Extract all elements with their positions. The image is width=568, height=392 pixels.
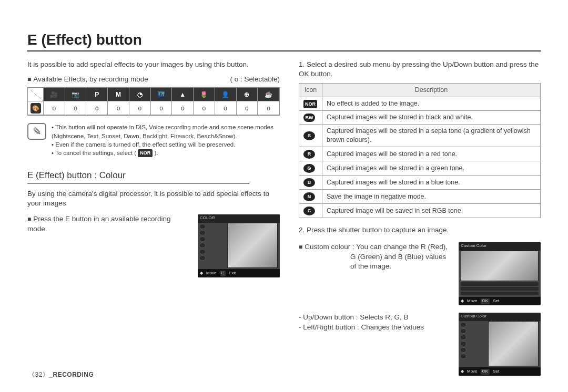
updown-instruction: - Up/Down button : Selects R, G, B — [299, 313, 451, 322]
table-row: CCaptured image will be saved in set RGB… — [299, 204, 541, 218]
slider-b — [461, 292, 539, 295]
mode-icon: 🎥 — [44, 88, 65, 101]
mode-icon: 📷 — [65, 88, 87, 101]
effect-desc: Captured images will be stored in a blue… — [322, 176, 541, 190]
set-label: Set — [493, 298, 499, 304]
preview-option-icon — [460, 328, 466, 334]
step-2: 2. Press the shutter button to capture a… — [299, 225, 541, 235]
camera-preview-colour: COLOR ◆ Move E Exit — [198, 214, 280, 277]
preview-option-icon — [199, 230, 206, 235]
mode-mark: o — [194, 101, 215, 115]
mode-mark: o — [151, 101, 173, 115]
mode-icon: 🌃 — [151, 88, 173, 101]
effect-desc: Captured images will be stored in a sepi… — [322, 125, 541, 147]
effect-icon-green: G — [303, 164, 315, 173]
preview-photo — [227, 223, 278, 268]
ok-key-icon: OK — [481, 369, 490, 375]
effect-icon-negative: N — [303, 192, 315, 201]
effect-icon-bw: BW — [303, 114, 315, 122]
mode-mark: o — [108, 101, 129, 115]
preview-option-icon — [199, 224, 206, 229]
arrow-icon: ◆ — [200, 271, 203, 276]
mode-grid: 🎥 📷 P M ◔ 🌃 ▲ 🌷 👤 ⊕ ☕ 🎨 o o o o o o o o — [27, 87, 280, 116]
effect-desc: Captured images will be stored in a red … — [322, 147, 541, 161]
mode-mark: o — [258, 101, 279, 115]
preview-option-icon — [460, 354, 466, 359]
leftright-instruction: - Left/Right button : Changes the values — [299, 323, 451, 332]
preview-option-icon — [460, 335, 466, 340]
set-label: Set — [493, 369, 499, 375]
right-column: 1. Select a desired sub menu by pressing… — [299, 60, 541, 376]
mode-icon: ▲ — [172, 88, 194, 101]
preview-option-icon — [460, 341, 466, 346]
page-number: 《32》 — [28, 371, 49, 378]
note-box: ✎ This button will not operate in DIS, V… — [27, 123, 280, 157]
camera-preview-custom-2: Custom Color ◆ Move OK Set — [459, 313, 541, 376]
effect-desc: Save the image in negative mode. — [322, 190, 541, 204]
palette-row-icon: 🎨 — [28, 101, 44, 115]
mode-icon: 🌷 — [194, 88, 215, 101]
effect-icon-sepia: S — [303, 131, 315, 140]
effect-desc: No effect is added to the image. — [322, 97, 541, 111]
mode-icon: ◔ — [129, 88, 151, 101]
mode-grid-corner — [28, 88, 44, 101]
press-e-instruction: ■Press the E button in an available reco… — [27, 214, 190, 233]
th-icon: Icon — [299, 84, 322, 97]
table-row: NORNo effect is added to the image. — [299, 97, 541, 111]
effect-icon-blue: B — [303, 178, 315, 187]
table-row: BWCaptured images will be stored in blac… — [299, 111, 541, 125]
preview-option-icon — [460, 322, 466, 327]
mode-mark: o — [65, 101, 87, 115]
table-row: GCaptured images will be stored in a gre… — [299, 161, 541, 176]
preview-title: Custom Color — [459, 313, 541, 321]
ok-key-icon: OK — [481, 298, 490, 304]
custom-colour-text-2: G (Green) and B (Blue) values of the ima… — [299, 252, 451, 271]
preview-photo — [488, 321, 539, 366]
th-desc: Description — [322, 84, 541, 97]
mode-mark: o — [44, 101, 65, 115]
effect-desc: Captured images will be stored in a gree… — [322, 161, 541, 176]
arrow-icon: ◆ — [461, 298, 464, 304]
mode-icon: 👤 — [215, 88, 237, 101]
step-1: 1. Select a desired sub menu by pressing… — [299, 60, 541, 79]
note-line: Even if the camera is turned off, the ef… — [52, 140, 280, 149]
effect-desc: Captured images will be stored in black … — [322, 111, 541, 125]
mode-mark: o — [129, 101, 151, 115]
available-label: ■Available Effects, by recording mode — [27, 75, 148, 84]
note-icon: ✎ — [27, 123, 46, 140]
effect-icon-nor: NOR — [303, 100, 317, 108]
table-row: SCaptured images will be stored in a sep… — [299, 125, 541, 147]
page-title: E (Effect) button — [27, 32, 541, 51]
preview-photo — [461, 251, 539, 281]
mode-icon: ⊕ — [237, 88, 258, 101]
table-row: NSave the image in negative mode. — [299, 190, 541, 204]
note-line: To cancel the settings, select ( NOR ). — [52, 149, 280, 157]
mode-mark: o — [237, 101, 258, 115]
mode-icon: M — [108, 88, 129, 101]
mode-mark: o — [86, 101, 108, 115]
intro-text: It is possible to add special effects to… — [27, 60, 280, 69]
preview-title: Custom Color — [459, 242, 541, 251]
preview-option-icon — [199, 255, 206, 261]
exit-label: Exit — [229, 271, 236, 276]
exit-key-icon: E — [220, 271, 226, 276]
mode-icon: ☕ — [258, 88, 279, 101]
page-footer: 《32》_RECORDING — [28, 370, 94, 379]
camera-preview-custom: Custom Color ◆ Move OK Set — [459, 242, 541, 305]
effect-icon-custom: C — [303, 207, 315, 215]
note-line: This button will not operate in DIS, Voi… — [52, 123, 280, 140]
preview-option-icon — [199, 243, 206, 248]
slider-g — [461, 287, 539, 291]
move-label: Move — [206, 271, 217, 276]
slider-r — [461, 282, 539, 286]
section-label: _RECORDING — [49, 371, 94, 378]
preview-title: COLOR — [198, 214, 280, 223]
move-label: Move — [467, 369, 478, 375]
nor-badge-icon: NOR — [138, 149, 153, 157]
arrow-icon: ◆ — [461, 369, 464, 375]
colour-intro: By using the camera's digital processor,… — [27, 189, 280, 208]
left-column: It is possible to add special effects to… — [27, 60, 280, 376]
table-row: RCaptured images will be stored in a red… — [299, 147, 541, 161]
table-row: BCaptured images will be stored in a blu… — [299, 176, 541, 190]
mode-icon: P — [86, 88, 108, 101]
